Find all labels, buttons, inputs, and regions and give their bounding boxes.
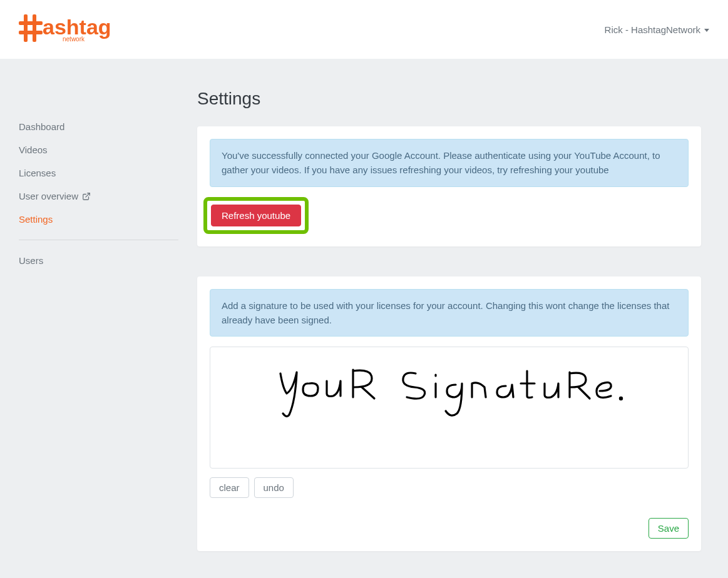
content: Settings You've successfully connected y… [197, 59, 714, 578]
signature-card: Add a signature to be used with your lic… [197, 276, 701, 552]
sidebar-item-videos[interactable]: Videos [19, 138, 178, 161]
svg-rect-0 [24, 14, 28, 42]
sidebar-item-user-overview[interactable]: User overview [19, 185, 178, 208]
sidebar-divider [19, 240, 178, 240]
youtube-alert: You've successfully connected your Googl… [210, 139, 689, 187]
chevron-down-icon [704, 29, 709, 32]
user-menu-label: Rick - HashtagNetwork [605, 24, 700, 35]
clear-button[interactable]: clear [210, 477, 249, 498]
sidebar-item-label: Settings [19, 214, 53, 225]
signature-actions: clear undo [210, 477, 689, 498]
save-row: Save [210, 518, 689, 539]
signature-drawing [274, 362, 625, 425]
sidebar-item-label: User overview [19, 191, 78, 201]
signature-canvas[interactable] [210, 347, 689, 469]
main: Dashboard Videos Licenses User overview … [0, 59, 728, 578]
logo[interactable]: ashtag network [19, 12, 130, 47]
sidebar-item-label: Videos [19, 144, 48, 155]
svg-line-6 [86, 193, 90, 196]
page-title: Settings [197, 89, 701, 109]
youtube-card: You've successfully connected your Googl… [197, 126, 701, 246]
svg-rect-3 [19, 31, 43, 34]
svg-rect-2 [19, 21, 43, 25]
sidebar-item-label: Dashboard [19, 121, 64, 132]
logo-image: ashtag network [19, 12, 130, 47]
save-button[interactable]: Save [649, 518, 689, 539]
sidebar-item-dashboard[interactable]: Dashboard [19, 115, 178, 138]
sidebar-item-label: Users [19, 255, 43, 266]
sidebar-item-label: Licenses [19, 168, 56, 178]
svg-rect-1 [33, 14, 36, 42]
header: ashtag network Rick - HashtagNetwork [0, 0, 728, 59]
highlight-box: Refresh youtube [203, 197, 309, 234]
undo-button[interactable]: undo [254, 477, 294, 498]
svg-point-7 [620, 397, 622, 399]
sidebar-item-users[interactable]: Users [19, 249, 178, 272]
signature-alert: Add a signature to be used with your lic… [210, 289, 689, 337]
refresh-youtube-button[interactable]: Refresh youtube [211, 205, 301, 226]
external-link-icon [82, 192, 91, 201]
sidebar: Dashboard Videos Licenses User overview … [0, 59, 197, 578]
sidebar-item-settings[interactable]: Settings [19, 208, 178, 231]
user-menu[interactable]: Rick - HashtagNetwork [605, 24, 709, 35]
sidebar-item-licenses[interactable]: Licenses [19, 161, 178, 185]
svg-text:network: network [63, 36, 85, 43]
